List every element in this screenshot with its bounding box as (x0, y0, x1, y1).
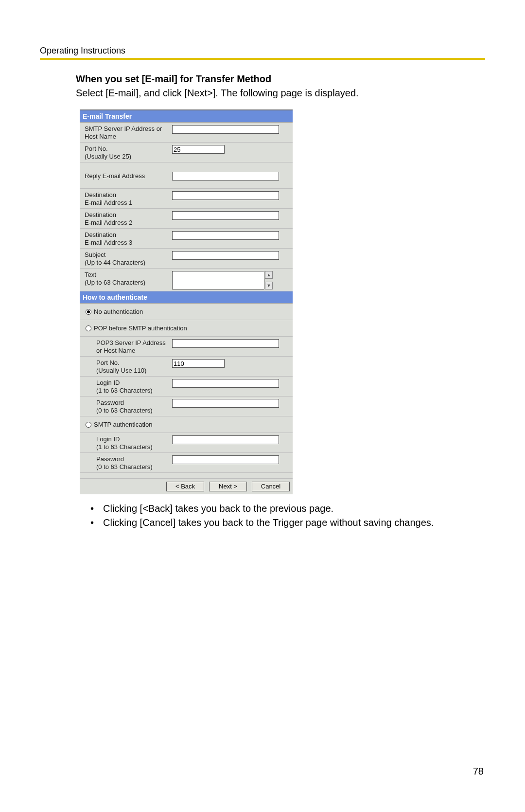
smtp-label: SMTP Server IP Address or Host Name (85, 124, 172, 141)
row-dest3: Destination E-mail Address 3 (80, 229, 293, 249)
note-2: Clicking [Cancel] takes you back to the … (103, 516, 434, 529)
row-port: Port No. (Usually Use 25) (80, 143, 293, 162)
notes: • Clicking [<Back] takes you back to the… (76, 502, 456, 529)
subject-label-2: (Up to 44 Characters) (85, 259, 172, 267)
text-textarea[interactable] (172, 271, 264, 289)
dest1-input[interactable] (172, 191, 279, 200)
text-label-1: Text (85, 271, 172, 279)
pop-pass-label-2: (0 to 63 Characters) (96, 407, 172, 415)
bullet-icon: • (90, 516, 103, 529)
subject-label-1: Subject (85, 251, 172, 259)
row-smtp-pass: Password (0 to 63 Characters) (80, 453, 293, 473)
smtp-login-label-2: (1 to 63 Characters) (96, 443, 172, 451)
row-pop-pass: Password (0 to 63 Characters) (80, 397, 293, 416)
page-number: 78 (473, 766, 484, 777)
pop3-server-input[interactable] (172, 339, 279, 348)
dest1-label-2: E-mail Address 1 (85, 199, 172, 207)
radio-no-auth-label: No authentication (94, 308, 143, 315)
section-description: Select [E-mail], and click [Next>]. The … (76, 88, 456, 99)
dest2-input[interactable] (172, 211, 279, 220)
row-pop-login: Login ID (1 to 63 Characters) (80, 377, 293, 397)
spacer (80, 473, 293, 479)
pop-login-label-2: (1 to 63 Characters) (96, 387, 172, 395)
row-subject: Subject (Up to 44 Characters) (80, 249, 293, 269)
row-dest2: Destination E-mail Address 2 (80, 209, 293, 229)
dest2-label-2: E-mail Address 2 (85, 219, 172, 227)
next-button[interactable]: Next > (209, 482, 247, 491)
dest1-label-1: Destination (85, 191, 172, 199)
bullet-icon: • (90, 502, 103, 515)
panel-header-email: E-mail Transfer (80, 110, 293, 123)
row-radio-pop: POP before SMTP authentication (80, 320, 293, 337)
dest2-label-1: Destination (85, 211, 172, 219)
section-title: When you set [E-mail] for Transfer Metho… (76, 73, 456, 85)
subject-input[interactable] (172, 251, 279, 260)
dest3-label-1: Destination (85, 231, 172, 239)
smtp-input[interactable] (172, 125, 279, 134)
reply-input[interactable] (172, 172, 279, 180)
note-1: Clicking [<Back] takes you back to the p… (103, 502, 333, 515)
cancel-button[interactable]: Cancel (252, 482, 290, 491)
radio-smtp-auth-label: SMTP authentication (94, 421, 152, 428)
row-pop3-server: POP3 Server IP Address or Host Name (80, 337, 293, 357)
page-header: Operating Instructions (40, 46, 485, 56)
row-smtp: SMTP Server IP Address or Host Name (80, 123, 293, 143)
button-row: < Back Next > Cancel (80, 479, 293, 494)
dest3-label-2: E-mail Address 3 (85, 239, 172, 247)
reply-label: Reply E-mail Address (85, 171, 172, 180)
panel-header-auth: How to authenticate (80, 291, 293, 304)
dest3-input[interactable] (172, 231, 279, 240)
scroll-up-icon[interactable]: ▲ (265, 271, 273, 279)
pop-port-input[interactable] (172, 359, 225, 368)
smtp-pass-label-2: (0 to 63 Characters) (96, 463, 172, 471)
row-dest1: Destination E-mail Address 1 (80, 189, 293, 209)
row-radio-smtp: SMTP authentication (80, 416, 293, 433)
pop-port-label-2: (Usually Use 110) (96, 367, 172, 375)
smtp-login-label-1: Login ID (96, 435, 172, 443)
port-input[interactable] (172, 145, 225, 154)
row-pop-port: Port No. (Usually Use 110) (80, 357, 293, 377)
smtp-pass-label-1: Password (96, 455, 172, 463)
row-text: Text (Up to 63 Characters) ▲ ▼ (80, 269, 293, 291)
pop-port-label-1: Port No. (96, 359, 172, 367)
email-transfer-panel: E-mail Transfer SMTP Server IP Address o… (80, 109, 293, 494)
radio-smtp-auth[interactable] (86, 422, 91, 428)
divider-bar (40, 58, 485, 60)
radio-pop-auth-label: POP before SMTP authentication (94, 325, 187, 332)
smtp-pass-input[interactable] (172, 455, 279, 464)
text-label-2: (Up to 63 Characters) (85, 279, 172, 287)
pop3-label-1: POP3 Server IP Address (96, 339, 172, 347)
pop-pass-label-1: Password (96, 399, 172, 407)
pop3-label-2: or Host Name (96, 347, 172, 355)
row-reply: Reply E-mail Address (80, 162, 293, 189)
pop-pass-input[interactable] (172, 399, 279, 408)
pop-login-input[interactable] (172, 379, 279, 388)
radio-pop-auth[interactable] (86, 325, 91, 331)
port-label-2: (Usually Use 25) (85, 153, 172, 161)
scroll-down-icon[interactable]: ▼ (265, 282, 273, 289)
smtp-login-input[interactable] (172, 435, 279, 444)
pop-login-label-1: Login ID (96, 379, 172, 387)
back-button[interactable]: < Back (166, 482, 204, 491)
row-smtp-login: Login ID (1 to 63 Characters) (80, 433, 293, 453)
port-label-1: Port No. (85, 145, 172, 153)
radio-no-auth[interactable] (86, 309, 91, 315)
row-radio-none: No authentication (80, 304, 293, 320)
